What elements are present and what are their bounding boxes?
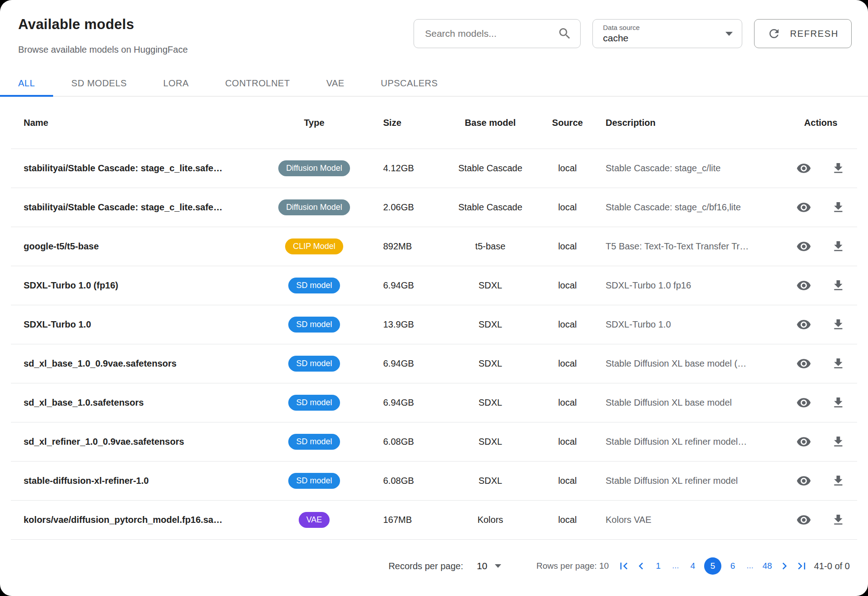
type-badge: SD model	[288, 395, 340, 411]
search-input[interactable]	[424, 28, 557, 40]
download-icon	[831, 278, 845, 293]
table-row: sd_xl_base_1.0.safetensors SD model 6.94…	[11, 383, 857, 422]
eye-icon	[796, 434, 811, 449]
view-model-button[interactable]	[796, 200, 811, 215]
row-actions	[784, 200, 857, 215]
table-row: stable-diffusion-xl-refiner-1.0 SD model…	[11, 461, 857, 500]
view-model-button[interactable]	[796, 317, 811, 332]
table-row: SDXL-Turbo 1.0 SD model 13.9GB SDXL loca…	[11, 305, 857, 344]
page-button-48[interactable]: 48	[759, 557, 776, 575]
last-page-button[interactable]	[793, 559, 810, 573]
title-block: Available models Browse available models…	[18, 16, 188, 55]
column-header-actions: Actions	[784, 118, 857, 128]
row-actions	[784, 473, 857, 488]
model-description: T5 Base: Text-To-Text Transfer Tr…	[599, 241, 784, 252]
download-model-button[interactable]	[831, 513, 845, 527]
model-base-model: SDXL	[445, 437, 536, 447]
view-model-button[interactable]	[796, 473, 811, 488]
model-name: stable-diffusion-xl-refiner-1.0	[11, 476, 252, 486]
download-icon	[831, 161, 845, 175]
last-page-icon	[795, 559, 809, 573]
records-per-page-value[interactable]: 10	[477, 561, 487, 571]
view-model-button[interactable]	[796, 512, 811, 527]
model-description: Stable Cascade: stage_c/lite	[599, 163, 784, 174]
download-model-button[interactable]	[831, 278, 845, 293]
download-model-button[interactable]	[831, 200, 845, 214]
model-base-model: t5-base	[445, 241, 536, 252]
download-icon	[831, 200, 845, 214]
download-model-button[interactable]	[831, 161, 845, 175]
pagination: Rows per page: 10 1…456…48	[537, 557, 850, 575]
page-button-4[interactable]: 4	[684, 557, 701, 575]
model-source: local	[536, 397, 599, 408]
type-badge: SD model	[288, 473, 340, 489]
model-size: 2.06GB	[377, 202, 445, 213]
model-base-model: Kolors	[445, 515, 536, 525]
eye-icon	[796, 356, 811, 371]
tab-all[interactable]: ALL	[0, 71, 53, 97]
download-model-button[interactable]	[831, 435, 845, 449]
model-source: local	[536, 319, 599, 330]
page-button-6[interactable]: 6	[724, 557, 741, 575]
download-model-button[interactable]	[831, 357, 845, 371]
chevron-down-icon[interactable]	[495, 564, 501, 568]
model-source: local	[536, 515, 599, 525]
view-model-button[interactable]	[796, 434, 811, 449]
model-description: Stable Cascade: stage_c/bf16,lite	[599, 202, 784, 213]
view-model-button[interactable]	[796, 239, 811, 254]
row-actions	[784, 278, 857, 293]
search-box[interactable]	[414, 19, 581, 48]
download-icon	[831, 396, 845, 410]
data-source-select[interactable]: Data source cache	[592, 19, 742, 48]
model-size: 6.08GB	[377, 476, 445, 486]
tab-upscalers[interactable]: UPSCALERS	[363, 71, 456, 97]
tab-controlnet[interactable]: CONTROLNET	[207, 71, 308, 97]
type-badge: SD model	[288, 434, 340, 450]
model-source: local	[536, 163, 599, 174]
page-header: Available models Browse available models…	[0, 0, 868, 55]
model-base-model: SDXL	[445, 358, 536, 369]
tab-vae[interactable]: VAE	[308, 71, 363, 97]
model-name: SDXL-Turbo 1.0 (fp16)	[11, 280, 252, 291]
model-base-model: Stable Cascade	[445, 202, 536, 213]
model-description: Kolors VAE	[599, 515, 784, 525]
view-model-button[interactable]	[796, 395, 811, 410]
model-size: 6.08GB	[377, 437, 445, 447]
page-button-1[interactable]: 1	[650, 557, 667, 575]
header-controls: Data source cache REFRESH	[414, 19, 852, 48]
table-row: kolors/vae/diffusion_pytorch_model.fp16.…	[11, 500, 857, 539]
first-page-button[interactable]	[615, 559, 632, 573]
row-actions	[784, 239, 857, 254]
models-table: Name Type Size Base model Source Descrip…	[11, 97, 857, 541]
chevron-right-icon	[778, 559, 791, 573]
column-header-type: Type	[252, 118, 377, 128]
view-model-button[interactable]	[796, 278, 811, 293]
model-description: Stable Diffusion XL refiner model	[599, 476, 784, 486]
chevron-down-icon	[725, 32, 733, 36]
model-size: 13.9GB	[377, 319, 445, 330]
next-page-button[interactable]	[776, 559, 793, 573]
page-subtitle: Browse available models on HuggingFace	[18, 45, 188, 55]
refresh-button[interactable]: REFRESH	[754, 19, 852, 48]
table-body: stabilityai/Stable Cascade: stage_c_lite…	[11, 149, 857, 540]
row-actions	[784, 356, 857, 371]
download-model-button[interactable]	[831, 239, 845, 253]
download-model-button[interactable]	[831, 318, 845, 332]
model-size: 6.94GB	[377, 280, 445, 291]
model-name: SDXL-Turbo 1.0	[11, 319, 252, 330]
view-model-button[interactable]	[796, 161, 811, 176]
download-model-button[interactable]	[831, 474, 845, 488]
view-model-button[interactable]	[796, 356, 811, 371]
tab-lora[interactable]: LORA	[145, 71, 207, 97]
page-gap: …	[744, 562, 756, 570]
model-name: kolors/vae/diffusion_pytorch_model.fp16.…	[11, 515, 252, 525]
page-button-5[interactable]: 5	[704, 557, 721, 575]
type-badge: SD model	[288, 278, 340, 293]
previous-page-button[interactable]	[632, 559, 650, 573]
model-size: 6.94GB	[377, 358, 445, 369]
download-model-button[interactable]	[831, 396, 845, 410]
data-source-value: cache	[603, 33, 640, 44]
tab-sd-models[interactable]: SD MODELS	[53, 71, 145, 97]
model-name: sd_xl_base_1.0_0.9vae.safetensors	[11, 358, 252, 369]
table-row: google-t5/t5-base CLIP Model 892MB t5-ba…	[11, 227, 857, 266]
